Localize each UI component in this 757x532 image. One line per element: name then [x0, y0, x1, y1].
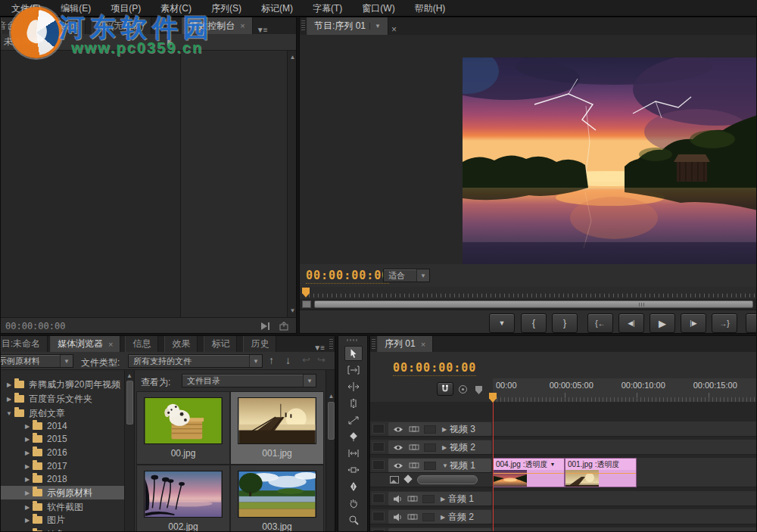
keyframe-toggle-box[interactable]	[422, 495, 435, 503]
expand-track-icon[interactable]: ▶	[442, 426, 450, 433]
file-thumbnail[interactable]: 003.jpg	[230, 465, 324, 532]
sync-lock-toggle[interactable]	[372, 529, 385, 532]
expand-track-icon[interactable]: ▶	[441, 514, 448, 521]
display-style-icon[interactable]	[390, 476, 399, 484]
track-lock-icon[interactable]	[407, 513, 418, 521]
tab-program-monitor[interactable]: 节目:序列 01 ▼	[307, 17, 388, 35]
tab-project[interactable]: 项目:未命名	[1, 336, 48, 352]
track-lock-icon[interactable]	[409, 425, 419, 433]
source-timecode[interactable]: 00:00:00:00	[1, 321, 65, 331]
menu-edit[interactable]: 编辑(E)	[51, 0, 101, 17]
track-output-eye-icon[interactable]	[393, 462, 403, 469]
go-to-out-button[interactable]: →}	[712, 313, 737, 333]
keyframe-toggle-box[interactable]	[424, 462, 436, 470]
rolling-edit-tool[interactable]	[344, 396, 363, 411]
scroll-thumb[interactable]	[314, 300, 753, 308]
back-icon[interactable]: ↩	[302, 354, 310, 366]
panel-menu-icon[interactable]: ▼≡	[253, 26, 271, 34]
menu-clip[interactable]: 素材(C)	[151, 0, 201, 17]
track-output-eye-icon[interactable]	[393, 426, 403, 433]
go-to-in-button[interactable]: {←	[587, 313, 613, 333]
mark-in-button[interactable]: {	[521, 313, 547, 333]
current-time-indicator[interactable]	[493, 402, 494, 532]
location-select[interactable]: 示例原材料 ▼	[0, 354, 73, 368]
thumbnail-scrollbar[interactable]: ▲	[326, 370, 335, 532]
keyframe-slider[interactable]	[417, 475, 478, 484]
ripple-edit-tool[interactable]	[344, 379, 363, 394]
scroll-up-icon[interactable]: ▲	[326, 393, 335, 400]
tab-history[interactable]: 历史	[243, 336, 276, 352]
loop-button[interactable]	[746, 313, 757, 333]
file-thumbnail-selected[interactable]: 001.jpg	[230, 391, 324, 465]
play-button[interactable]: ▶	[650, 313, 675, 333]
scroll-handle-left[interactable]	[302, 300, 311, 308]
keyframe-toggle-box[interactable]	[424, 425, 436, 434]
program-zoom-scrollbar[interactable]	[300, 299, 757, 310]
chevron-down-icon[interactable]: ▼	[550, 462, 556, 467]
tree-item[interactable]: ▼原创文章	[1, 406, 124, 420]
sync-lock-toggle[interactable]	[372, 442, 385, 452]
tab-source-monitor[interactable]: 源:(无素材)	[92, 17, 151, 34]
slide-tool[interactable]	[344, 462, 363, 478]
hand-tool[interactable]	[344, 496, 363, 511]
tree-item[interactable]: ▶软件截图	[1, 500, 124, 514]
tree-item[interactable]: ▶2018	[1, 472, 124, 486]
step-forward-button[interactable]: |▶	[681, 313, 706, 333]
panel-grip[interactable]	[372, 339, 375, 349]
scroll-thumb[interactable]	[328, 402, 335, 440]
timeline-view-toggle-icon[interactable]: ▶	[167, 38, 173, 46]
scroll-up-icon[interactable]: ▲	[125, 372, 134, 379]
track-content-video2[interactable]	[493, 440, 757, 455]
effect-controls-scrollbar[interactable]: ▲ ▼	[287, 51, 297, 317]
tab-metadata[interactable]: 元数据	[43, 17, 86, 34]
tab-effect-controls[interactable]: 特效控制台 ×	[182, 17, 252, 34]
timeline-ruler[interactable]: 00:00 00:00:05:00 00:00:10:00 00:00:15:0…	[493, 378, 757, 403]
file-thumbnail[interactable]: 002.jpg	[136, 465, 230, 532]
file-type-select[interactable]: 所有支持的文件 ▼	[128, 354, 263, 368]
expand-track-icon[interactable]: ▶	[441, 496, 448, 502]
collapse-track-icon[interactable]: ▼	[442, 462, 450, 469]
mark-out-button[interactable]: }	[552, 313, 578, 333]
export-icon[interactable]	[279, 322, 290, 331]
menu-window[interactable]: 窗口(W)	[352, 0, 404, 17]
sync-lock-toggle[interactable]	[372, 512, 385, 521]
tree-item[interactable]: ▶2016	[1, 446, 124, 459]
close-icon[interactable]: ×	[240, 21, 245, 30]
sync-lock-toggle[interactable]	[372, 460, 385, 470]
track-select-tool[interactable]	[344, 362, 363, 378]
tab-audio-mixer[interactable]: 调音台	[1, 17, 23, 34]
add-remove-keyframe-icon[interactable]	[403, 474, 412, 483]
track-content-audio2[interactable]	[493, 509, 757, 524]
up-directory-icon[interactable]: ↑	[269, 354, 274, 366]
track-lock-icon[interactable]	[407, 495, 418, 502]
speaker-icon[interactable]	[393, 513, 403, 521]
chevron-down-icon[interactable]: ▼	[369, 23, 381, 30]
scroll-up-icon[interactable]: ▲	[288, 54, 297, 61]
view-as-select[interactable]: 文件目录 ▼	[182, 374, 316, 387]
tree-item[interactable]: ▶2017	[1, 459, 124, 473]
close-icon[interactable]: ×	[108, 340, 113, 349]
opacity-rubber-band[interactable]	[565, 473, 636, 474]
tab-info[interactable]: 信息	[125, 336, 158, 352]
program-timecode[interactable]: 00:00:00:00	[306, 269, 389, 284]
tree-scrollbar[interactable]: ▲	[124, 370, 134, 532]
timeline-timecode[interactable]: 00:00:00:00	[393, 361, 476, 376]
menu-marker[interactable]: 标记(M)	[251, 0, 303, 17]
panel-grip[interactable]	[329, 339, 333, 349]
tab-effects[interactable]: 效果	[164, 336, 198, 352]
zoom-level-select[interactable]: 适合 ▼	[383, 269, 430, 282]
program-ruler[interactable]	[300, 287, 757, 299]
tree-item[interactable]: ▶钓鱼u	[1, 527, 124, 532]
menu-help[interactable]: 帮助(H)	[405, 0, 456, 17]
sync-lock-toggle[interactable]	[372, 424, 385, 434]
scroll-thumb[interactable]	[126, 381, 133, 425]
step-back-button[interactable]: ◀|	[618, 313, 644, 333]
add-marker-button[interactable]: ▼	[489, 313, 515, 333]
encore-marker-icon[interactable]	[458, 384, 468, 394]
menu-file[interactable]: 文件(F)	[2, 0, 51, 17]
forward-icon[interactable]: ↪	[317, 354, 326, 366]
track-output-eye-icon[interactable]	[393, 444, 403, 451]
panel-grip[interactable]	[301, 20, 305, 32]
panel-grip[interactable]	[347, 339, 359, 341]
scroll-down-icon[interactable]: ▼	[288, 307, 297, 314]
